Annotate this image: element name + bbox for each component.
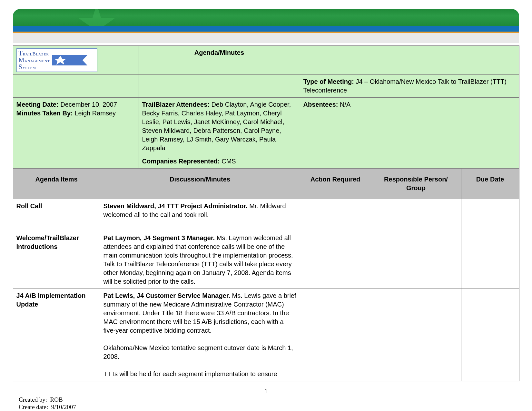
column-headers: Agenda Items Discussion/Minutes Action R… [13,169,519,199]
col-agenda-items: Agenda Items [13,169,100,199]
attendees-label: TrailBlazer Attendees: [142,101,210,108]
discussion-text: Ms. Lewis gave a brief summary of the ne… [103,292,296,377]
col-due: Due Date [461,169,519,199]
col-action: Action Required [300,169,371,199]
meeting-date-label: Meeting Date: [16,101,59,108]
svg-marker-0 [78,9,115,26]
attendees-cell: TrailBlazer Attendees: Deb Clayton, Angi… [139,98,300,169]
agenda-item: Welcome/TrailBlazer Introductions [13,231,100,289]
meeting-date-cell: Meeting Date: December 10, 2007 Minutes … [13,98,139,169]
banner-gray-band [13,33,519,43]
meeting-type-label: Type of Meeting: [303,78,354,85]
blank-cell [13,75,139,98]
col-responsible: Responsible Person/ Group [371,169,461,199]
blank-cell [139,75,300,98]
discussion-lead: Steven Mildward, J4 TTT Project Administ… [103,202,248,210]
taker-value: Leigh Ramsey [74,110,116,117]
logo-line2: Management [19,57,50,64]
due-cell [461,199,519,231]
meeting-type: Type of Meeting: J4 – Oklahoma/New Mexic… [300,75,519,98]
logo-line1: TrailBlazer [19,50,50,57]
responsible-cell [371,199,461,231]
responsible-cell [371,231,461,289]
banner-green [13,9,519,26]
discussion-cell: Pat Laymon, J4 Segment 3 Manager. Ms. La… [100,231,300,289]
taker-label: Minutes Taken By: [16,110,73,117]
created-by-label: Created by: [19,396,47,403]
page-number: 1 [264,388,268,395]
document-title: Agenda/Minutes [139,46,300,75]
due-cell [461,289,519,381]
table-row: J4 A/B Implementation Update Pat Lewis, … [13,289,519,381]
companies-label: Companies Represented: [142,158,220,165]
attendees-value: Deb Clayton, Angie Cooper, Becky Farris,… [142,101,291,152]
companies-value: CMS [222,158,236,165]
discussion-lead: Pat Lewis, J4 Customer Service Manager. [103,292,231,299]
absentees-label: Absentees: [303,101,338,108]
table-row: Welcome/TrailBlazer Introductions Pat La… [13,231,519,289]
page-footer: 1 Created by: ROB Create date: 9/10/2007 [13,388,519,410]
due-cell [461,231,519,289]
table-row: Roll Call Steven Mildward, J4 TTT Projec… [13,199,519,231]
absentees-cell: Absentees: N/A [300,98,519,169]
discussion-text: Ms. Laymon welcomed all attendees and ex… [103,234,293,285]
logo-cell: TrailBlazer Management System [13,46,139,75]
action-cell [300,289,371,381]
discussion-cell: Steven Mildward, J4 TTT Project Administ… [100,199,300,231]
minutes-document: TrailBlazer Management System Agenda/Min… [13,45,519,381]
discussion-lead: Pat Laymon, J4 Segment 3 Manager. [103,234,215,241]
action-cell [300,231,371,289]
agenda-item: J4 A/B Implementation Update [13,289,100,381]
flag-star-icon [52,54,94,67]
absentees-value: N/A [340,101,350,108]
col-discussion: Discussion/Minutes [100,169,300,199]
responsible-cell [371,289,461,381]
create-date-value: 9/10/2007 [51,404,76,410]
star-icon [77,9,116,26]
header-banner [13,9,519,33]
banner-blue-stripe [13,26,519,32]
create-date-label: Create date: [19,404,48,410]
logo-line3: System [19,64,50,70]
action-cell [300,199,371,231]
created-by-value: ROB [50,396,63,403]
discussion-cell: Pat Lewis, J4 Customer Service Manager. … [100,289,300,381]
logo: TrailBlazer Management System [16,48,97,72]
header-blank [300,46,519,75]
meeting-date-value: December 10, 2007 [60,101,117,108]
agenda-item: Roll Call [13,199,100,231]
